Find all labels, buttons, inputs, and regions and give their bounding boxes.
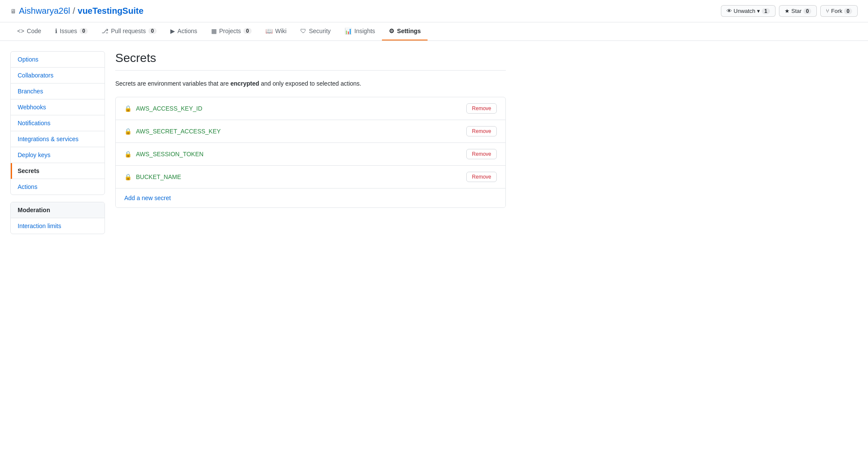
settings-icon: ⚙ [389,28,394,34]
page-title: Secrets [115,51,506,65]
main-content: Options Collaborators Branches Webhooks … [0,41,516,251]
tab-wiki[interactable]: 📖 Wiki [259,22,293,40]
tab-settings[interactable]: ⚙ Settings [382,22,428,40]
fork-count: 0 [844,8,852,14]
eye-icon: 👁 [726,8,732,14]
sidebar-item-secrets[interactable]: Secrets [11,163,105,179]
unwatch-count: 1 [762,8,770,14]
tab-pull-requests[interactable]: ⎇ Pull requests 0 [95,22,163,40]
separator: / [73,6,75,16]
sidebar-item-notifications[interactable]: Notifications [11,115,105,131]
star-button[interactable]: ★ Star 0 [779,5,817,17]
page-description: Secrets are environment variables that a… [115,79,506,88]
lock-icon: 🔒 [124,173,132,180]
unwatch-button[interactable]: 👁 Unwatch ▾ 1 [721,5,776,17]
actions-nav-icon: ▶ [170,28,175,34]
secret-name-text: AWS_ACCESS_KEY_ID [136,105,202,112]
owner-link[interactable]: Aishwarya26l [19,6,70,16]
moderation-title: Moderation [11,202,105,218]
projects-badge: 0 [243,28,252,34]
remove-button[interactable]: Remove [466,172,497,182]
secret-name: 🔒BUCKET_NAME [124,173,181,180]
fork-icon: ⑂ [826,8,829,14]
description-suffix: and only exposed to selected actions. [261,80,362,87]
secret-name: 🔒AWS_SECRET_ACCESS_KEY [124,128,221,135]
repo-title: 🖥 Aishwarya26l / vueTestingSuite [10,6,144,16]
secret-name: 🔒AWS_SESSION_TOKEN [124,151,203,158]
sidebar-item-interaction-limits[interactable]: Interaction limits [11,218,105,234]
code-icon: <> [17,28,24,34]
sidebar-item-integrations[interactable]: Integrations & services [11,131,105,147]
tab-code[interactable]: <> Code [10,22,48,40]
repo-link[interactable]: vueTestingSuite [78,6,144,16]
remove-button[interactable]: Remove [466,103,497,114]
sidebar-item-webhooks[interactable]: Webhooks [11,99,105,115]
issues-badge: 0 [80,28,88,34]
sidebar-main-section: Options Collaborators Branches Webhooks … [10,51,105,195]
sidebar: Options Collaborators Branches Webhooks … [10,51,105,241]
star-icon: ★ [785,8,790,14]
tab-pull-requests-label: Pull requests [111,28,146,34]
secret-name-text: BUCKET_NAME [136,173,181,180]
insights-icon: 📊 [345,28,352,34]
sidebar-item-options[interactable]: Options [11,52,105,68]
star-label: Star [791,8,802,14]
secret-name-text: AWS_SECRET_ACCESS_KEY [136,128,221,135]
tab-wiki-label: Wiki [275,28,286,34]
tab-security[interactable]: 🛡 Security [293,22,338,40]
projects-icon: ▦ [211,28,217,34]
lock-icon: 🔒 [124,128,132,135]
page-content: Secrets Secrets are environment variable… [115,51,506,241]
star-count: 0 [803,8,812,14]
issues-icon: ℹ [55,28,57,34]
sidebar-item-actions[interactable]: Actions [11,179,105,195]
tab-insights[interactable]: 📊 Insights [338,22,382,40]
tab-issues-label: Issues [60,28,77,34]
tab-actions[interactable]: ▶ Actions [163,22,204,40]
description-plain: Secrets are environment variables that a… [115,80,231,87]
tab-insights-label: Insights [354,28,375,34]
security-icon: 🛡 [300,28,306,34]
secret-name: 🔒AWS_ACCESS_KEY_ID [124,105,202,112]
secret-row: 🔒BUCKET_NAMERemove [116,166,505,189]
secrets-container: 🔒AWS_ACCESS_KEY_IDRemove🔒AWS_SECRET_ACCE… [115,97,506,208]
chevron-icon: ▾ [757,8,760,14]
add-secret-row: Add a new secret [116,189,505,207]
sidebar-item-deploy-keys[interactable]: Deploy keys [11,147,105,163]
tab-code-label: Code [27,28,41,34]
secret-row: 🔒AWS_SECRET_ACCESS_KEYRemove [116,120,505,143]
nav-tabs: <> Code ℹ Issues 0 ⎇ Pull requests 0 ▶ A… [0,22,868,41]
add-secret-link[interactable]: Add a new secret [124,195,171,201]
secret-row: 🔒AWS_SESSION_TOKENRemove [116,143,505,166]
repo-icon: 🖥 [10,8,16,15]
fork-button[interactable]: ⑂ Fork 0 [820,5,858,17]
secret-name-text: AWS_SESSION_TOKEN [136,151,203,158]
secret-row: 🔒AWS_ACCESS_KEY_IDRemove [116,97,505,120]
repo-header: 🖥 Aishwarya26l / vueTestingSuite 👁 Unwat… [0,0,868,22]
unwatch-label: Unwatch [734,8,756,14]
page-divider [115,70,506,71]
pr-badge: 0 [148,28,157,34]
wiki-icon: 📖 [265,28,273,34]
sidebar-moderation-section: Moderation Interaction limits [10,202,105,234]
repo-actions: 👁 Unwatch ▾ 1 ★ Star 0 ⑂ Fork 0 [721,5,858,17]
tab-security-label: Security [309,28,331,34]
remove-button[interactable]: Remove [466,149,497,159]
tab-projects-label: Projects [219,28,241,34]
remove-button[interactable]: Remove [466,126,497,136]
tab-settings-label: Settings [397,28,421,34]
fork-label: Fork [831,8,842,14]
sidebar-item-branches[interactable]: Branches [11,83,105,99]
lock-icon: 🔒 [124,151,132,158]
sidebar-item-collaborators[interactable]: Collaborators [11,68,105,83]
lock-icon: 🔒 [124,105,132,112]
description-bold: encrypted [231,80,259,87]
tab-issues[interactable]: ℹ Issues 0 [48,22,95,40]
tab-projects[interactable]: ▦ Projects 0 [204,22,259,40]
pr-icon: ⎇ [102,28,108,34]
tab-actions-label: Actions [178,28,197,34]
